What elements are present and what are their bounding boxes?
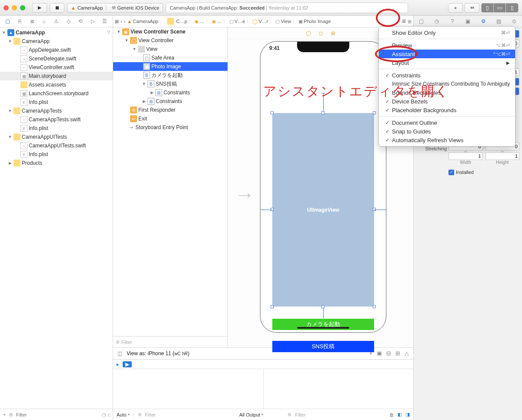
menu-doc-outline[interactable]: ✓Document Outline [379,118,515,127]
navigator-tabs[interactable]: ▢ ⎘ ≣ ⌕ ⚠ ◇ ⟲ ▷ ☰ [0,16,113,27]
sns-button[interactable]: SNS投稿 [272,341,374,352]
menu-refresh[interactable]: ✓Automatically Refresh Views [379,136,515,144]
stretch-w[interactable] [448,152,483,160]
filter-icon[interactable]: ⊚ [138,412,142,417]
debug-toggle-icon[interactable]: ▸ [117,361,119,367]
sns-row[interactable]: ▼BSNS投稿 [113,80,228,88]
exit-row[interactable]: ↩Exit [113,114,228,123]
left-panel-icon[interactable]: ▯ [482,3,494,12]
library-button[interactable]: + [448,3,463,13]
source-control-icon[interactable]: ⎘ [16,18,24,24]
issue-nav-icon[interactable]: ⚠ [52,18,60,24]
menu-preview[interactable]: Preview⌥⌘⏎ [379,41,515,50]
connections-insp-icon[interactable]: ⊙ [510,18,518,24]
find-nav-icon[interactable]: ⌕ [40,18,48,24]
obj-icon[interactable]: ⊞ [330,30,336,36]
debug-nav-icon[interactable]: ⟲ [77,18,84,24]
menu-layout[interactable]: Layout▶ [379,58,515,67]
obj-icon[interactable]: ◻ [318,30,324,36]
menu-placeholder[interactable]: ✓Placeholder Backgrounds [379,106,515,114]
vc-row[interactable]: ▼◯View Controller [113,36,228,45]
test-nav-icon[interactable]: ◇ [64,18,72,24]
constraints-row[interactable]: ▶⊞Constraints [113,88,228,97]
all-output-dropdown[interactable]: All Output [239,412,263,417]
file-row[interactable]: ◦ViewController.swift [0,63,113,72]
resize-handle[interactable] [373,111,376,114]
resize-handle[interactable] [321,111,325,114]
help-icon[interactable]: ? [107,30,110,36]
outline-toggle-icon[interactable]: ◫ [117,350,122,357]
symbol-nav-icon[interactable]: ≣ [28,18,36,24]
view-row[interactable]: ▼View [113,45,228,53]
minimize-icon[interactable] [12,5,17,10]
embed-icon[interactable]: ▣ [377,350,382,357]
stop-button[interactable]: ◼ [50,3,64,13]
menu-assistant[interactable]: Assistant^⌥⌘⏎ [379,50,515,58]
file-insp-icon[interactable]: ▢ [418,18,425,24]
resize-handle[interactable] [271,111,274,114]
first-responder-row[interactable]: ✲First Responder [113,106,228,114]
file-row[interactable]: ◦CameraAppUITests.swift [0,141,113,150]
outline-filter[interactable]: Filter [121,340,132,345]
forward-icon[interactable]: › [124,19,126,24]
obj-icon[interactable]: ◯ [305,30,311,36]
file-row[interactable]: Assets.xcassets [0,80,113,89]
group-uitests[interactable]: ▼CameraAppUITests [0,133,113,141]
scene-row[interactable]: ▼◉View Controller Scene [113,27,228,36]
window-controls[interactable] [3,5,25,10]
close-icon[interactable] [3,5,9,10]
size-insp-icon[interactable]: ▤ [495,18,503,24]
panel-toggle[interactable]: ▯ ▭ ▯ [481,3,519,13]
break-nav-icon[interactable]: ▷ [89,18,97,24]
file-row[interactable]: ≡Info.plist [0,150,113,159]
right-panel-icon[interactable]: ▯ [506,3,518,12]
back-icon[interactable]: ‹ [120,19,122,24]
file-row-selected[interactable]: ▦Main.storyboard [0,72,113,80]
entry-row[interactable]: → Storyboard Entry Point [113,123,228,132]
file-row[interactable]: ◦AppDelegate.swift [0,46,113,54]
breakpoint-icon[interactable]: ▶ [123,361,132,367]
scheme-selector[interactable]: ▲ CameraApp 〉 🛠 Generic iOS Device [67,3,163,13]
jump-bar[interactable]: ⊞ ‹ › ▲CameraApp〉 C…p〉 ◉…〉 ◉…〉 ▢V…e〉 ◯V…… [113,16,413,27]
stretch-h[interactable] [485,152,520,160]
right-panel-icon[interactable]: ◨ [405,412,410,417]
bottom-panel-icon[interactable]: ▭ [494,3,506,12]
camera-button-row[interactable]: Bカメラを起動 [113,71,228,80]
group-cameraapp[interactable]: ▼ CameraApp [0,37,113,46]
file-row[interactable]: ◦CameraAppTests.swift [0,115,113,124]
file-row[interactable]: ▦LaunchScreen.storyboard [0,89,113,98]
trash-icon[interactable]: 🗑 [389,412,394,417]
file-row[interactable]: ≡Info.plist [0,124,113,133]
recent-icon[interactable]: ◷ [102,412,106,418]
related-items-icon[interactable]: ⊞ [115,19,119,24]
navigator-filter[interactable] [15,410,100,419]
report-nav-icon[interactable]: ☰ [101,18,109,24]
menu-show-editor-only[interactable]: Show Editor Only⌘⏎ [379,28,515,37]
group-products[interactable]: ▶Products [0,159,113,167]
filter-icon[interactable]: ⊚ [116,339,120,345]
resize-handle[interactable] [271,305,274,308]
attributes-insp-icon[interactable]: ⚙ [479,18,487,24]
identity-insp-icon[interactable]: ▣ [464,18,472,24]
zoom-icon[interactable] [20,5,25,10]
filter-icon[interactable]: ⊚ [9,412,13,418]
auto-dropdown[interactable]: Auto [117,412,130,417]
file-row[interactable]: ≡Info.plist [0,98,113,107]
group-tests[interactable]: ▼CameraAppTests [0,107,113,115]
align-icon[interactable]: ⊟ [386,350,391,357]
inspector-tabs[interactable]: ▢ ◷ ? ▣ ⚙ ▤ ⊙ [414,16,522,27]
history-insp-icon[interactable]: ◷ [433,18,441,24]
menu-constraints[interactable]: ✓Constraints [379,71,515,80]
scm-icon[interactable]: ⎌ [108,412,111,418]
left-panel-icon[interactable]: ◧ [398,412,402,417]
safe-area-row[interactable]: ▢Safe Area [113,53,228,62]
photo-image-row[interactable]: ▣Photo Image [113,62,228,71]
pin-icon[interactable]: ⊞ [395,350,400,357]
help-insp-icon[interactable]: ? [448,18,456,24]
editor-options-icon[interactable]: ≡ [402,17,406,25]
uiimageview[interactable]: UIImageView [272,113,374,307]
project-row[interactable]: ▼▲ CameraApp ? [0,28,113,37]
menu-snap[interactable]: ✓Snap to Guides [379,127,515,136]
add-editor-icon[interactable]: ⊞ [408,19,412,24]
add-icon[interactable]: ＋ [2,411,7,418]
